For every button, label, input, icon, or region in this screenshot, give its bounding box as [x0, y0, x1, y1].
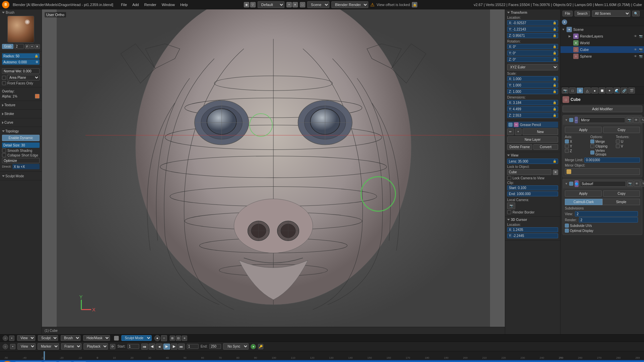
hidemask-menu[interactable]: Hide/Mask	[83, 335, 110, 341]
scale-z-field[interactable]: Z: 1.000 🔒	[507, 89, 558, 94]
normal-weight-bar[interactable]: Normal Wei: 0.000	[2, 68, 40, 74]
lock-object-x[interactable]: ✕	[553, 170, 558, 175]
tl-play-reverse[interactable]: ◄	[156, 344, 163, 350]
tex-v-checkbox[interactable]	[616, 144, 620, 148]
smooth-shading-checkbox[interactable]	[2, 148, 6, 153]
merge-limit-field[interactable]: 0.001000	[584, 158, 640, 163]
mode-selector[interactable]: Default	[258, 1, 284, 8]
scale-x-lock[interactable]: 🔒	[552, 77, 556, 81]
tl-icon-dot[interactable]: •	[10, 344, 15, 349]
outline-render-layers[interactable]: ▶ ◆ RenderLayers 👁 📷	[560, 33, 644, 40]
rot-z-field[interactable]: Z: 0° 🔒	[507, 57, 558, 62]
local-camera-field[interactable]: 📷	[507, 202, 515, 209]
detail-size-bar[interactable]: Detail Size: 30	[2, 142, 40, 148]
rotation-mode-selector[interactable]: XYZ Euler	[507, 64, 558, 70]
dim-x-lock[interactable]: 🔒	[552, 101, 556, 105]
radius-lock[interactable]: 🔒	[35, 54, 38, 58]
mirror-name-input[interactable]	[579, 117, 625, 123]
overlay-btn1[interactable]: ⊞	[170, 336, 175, 341]
tl-current-frame[interactable]	[187, 344, 199, 349]
loc-z-field[interactable]: Z: 0.95671 🔒	[507, 33, 558, 38]
menu-window[interactable]: Window	[159, 2, 177, 7]
viewport-shading-wire[interactable]: ○	[161, 335, 167, 341]
lock-camera-checkbox[interactable]	[507, 176, 511, 180]
tl-start-input[interactable]	[127, 344, 139, 349]
tl-frame-menu[interactable]: Frame	[61, 343, 82, 350]
subsurf-edit-btn[interactable]: ✎	[641, 181, 644, 187]
cursor-x-field[interactable]: X: 1.2435	[507, 227, 558, 232]
clipping-checkbox[interactable]	[590, 144, 594, 148]
outline-cube[interactable]: □ Cube 👁 📷	[560, 46, 644, 53]
tool-icon-plus[interactable]: +	[30, 44, 34, 49]
scale-y-field[interactable]: Y: 1.000 🔒	[507, 82, 558, 88]
outline-scene[interactable]: ▼ ● Scene	[560, 26, 644, 33]
outline-world[interactable]: ● World	[560, 40, 644, 46]
gp-delete-frame-btn[interactable]: Delete Frame	[507, 144, 532, 150]
gp-icon-btn1[interactable]: ✏	[507, 128, 514, 135]
subsurf-apply-btn[interactable]: Apply	[565, 190, 602, 197]
gp-checkbox[interactable]	[508, 123, 513, 127]
tl-skip-end[interactable]: ⏭	[178, 344, 185, 350]
tex-u-checkbox[interactable]	[616, 139, 620, 143]
area-plane-checkbox[interactable]	[2, 76, 6, 80]
loc-x-field[interactable]: X: -0.92537 🔒	[507, 20, 558, 25]
prop-icon-physics[interactable]: 🌊	[613, 87, 620, 94]
tl-playback-menu[interactable]: Playback	[84, 343, 108, 350]
rl-icon-render[interactable]: 📷	[638, 34, 643, 39]
clip-start-field[interactable]: Start: 0.100	[507, 185, 558, 190]
subdivide-uvs-checkbox[interactable]	[565, 224, 569, 228]
dim-z-field[interactable]: Z: 2.553 🔒	[507, 113, 558, 118]
tl-icon-green[interactable]: ●	[251, 344, 256, 349]
brush-section-title[interactable]: Brush	[2, 11, 40, 14]
stroke-section[interactable]: Stroke	[2, 111, 40, 117]
menu-help[interactable]: Help	[178, 2, 190, 7]
search-icon-btn[interactable]: 🔍	[632, 11, 640, 16]
grab-tool-btn[interactable]: Grab	[2, 44, 13, 49]
tl-end-input[interactable]	[209, 344, 221, 349]
radius-slider[interactable]: Radius: 50 🔒	[2, 53, 40, 59]
topology-section[interactable]: Topology	[2, 128, 40, 134]
prop-icon-data[interactable]: △	[584, 87, 591, 94]
texture-section[interactable]: Texture	[2, 102, 40, 108]
mirror-edit-btn[interactable]: ✎	[640, 117, 644, 123]
mirror-cam-btn[interactable]: 📷	[627, 117, 633, 123]
mirror-collapse-arrow[interactable]: ▼	[565, 118, 568, 122]
rot-x-lock[interactable]: 🔒	[552, 45, 556, 49]
transform-title[interactable]: Transform	[507, 11, 558, 14]
subsurf-collapse-arrow[interactable]: ▼	[565, 182, 568, 185]
prop-icon-modifier-active[interactable]: ⚙	[577, 87, 583, 94]
render-subdiv-slider[interactable]: 2	[579, 217, 638, 223]
prop-icon-texture[interactable]: 🔲	[599, 87, 605, 94]
tl-marker-menu[interactable]: Marker	[38, 343, 59, 350]
vertex-groups-checkbox[interactable]	[590, 150, 594, 155]
timeline-ruler[interactable]: -50 -40 -30 -20 -10 0 10 20 30 40 50 60 …	[0, 351, 644, 360]
tl-icon-circle[interactable]: ○	[3, 344, 8, 349]
tl-next-frame[interactable]: ▶	[171, 344, 177, 350]
sphere-render[interactable]: 📷	[638, 54, 643, 59]
optimize-bar[interactable]: Optimize	[2, 158, 40, 163]
outline-sphere[interactable]: ○ Sphere 👁 📷	[560, 53, 644, 60]
add-modifier-btn[interactable]: Add Modifier	[562, 106, 642, 112]
collapse-short-checkbox[interactable]	[2, 153, 6, 157]
all-scenes-selector[interactable]: All Scenes	[592, 10, 630, 17]
autosmo-icon[interactable]: ⚙	[36, 60, 38, 64]
render-border-checkbox[interactable]	[507, 210, 511, 214]
overlay-btn2[interactable]: ⊟	[176, 336, 181, 341]
rl-icon-vis[interactable]: 👁	[633, 34, 638, 39]
cursor-y-field[interactable]: Y: -2.2445	[507, 233, 558, 238]
tool-icon-close[interactable]: ✕	[35, 44, 40, 49]
loc-y-lock[interactable]: 🔒	[552, 27, 556, 31]
axis-z-checkbox[interactable]	[565, 149, 569, 153]
overlay-btn3[interactable]: ≡	[182, 336, 187, 341]
loc-y-field[interactable]: Y: -1.22143 🔒	[507, 26, 558, 32]
grease-pencil-header[interactable]: ✏ Grease Pencil	[507, 122, 558, 128]
tl-prev-frame[interactable]: ◀	[149, 344, 155, 350]
bottom-icon-dot[interactable]: •	[9, 336, 14, 341]
mirror-copy-btn[interactable]: Copy	[603, 127, 640, 133]
gp-new-layer-btn[interactable]: New Layer	[507, 136, 558, 143]
tl-play-btn[interactable]: ▶	[163, 344, 170, 350]
mirror-render-btn[interactable]: 👁	[633, 117, 639, 123]
gp-icon-btn2[interactable]: +	[515, 128, 522, 135]
view-menu-bottom[interactable]: View	[17, 335, 35, 341]
clip-end-field[interactable]: End: 1000.000	[507, 191, 558, 196]
